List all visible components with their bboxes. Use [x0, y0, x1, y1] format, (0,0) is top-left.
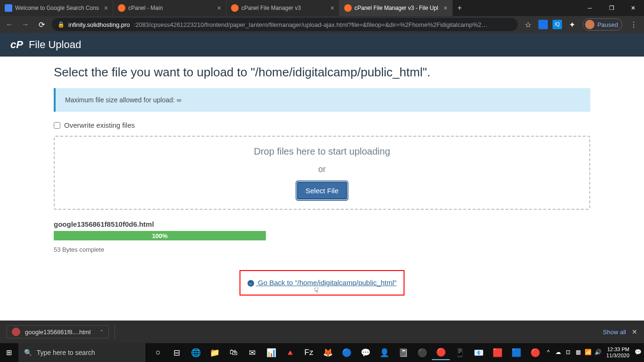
profile-paused[interactable]: Paused: [583, 18, 622, 31]
chrome-icon[interactable]: 🔴: [432, 345, 450, 360]
extensions-icon[interactable]: ✦: [567, 20, 578, 29]
firefox-icon[interactable]: 🦊: [319, 345, 337, 360]
app-icon[interactable]: 💬: [356, 345, 374, 360]
tab-title: cPanel File Manager v3 - File Upl: [355, 5, 441, 11]
app-icon[interactable]: ⚫: [413, 345, 431, 360]
chevron-up-icon[interactable]: ⌃: [99, 329, 104, 335]
new-tab-button[interactable]: +: [453, 0, 467, 16]
dropzone[interactable]: Drop files here to start uploading or Se…: [54, 136, 590, 210]
dropzone-or: or: [64, 165, 580, 174]
heading: Select the file you want to upload to "/…: [54, 65, 590, 80]
vlc-icon[interactable]: 🔺: [281, 345, 299, 360]
file-icon: [12, 328, 20, 336]
browser-menu-button[interactable]: ⋮: [627, 20, 640, 29]
close-download-bar-button[interactable]: ✕: [632, 328, 637, 336]
address-bar: ← → ⟳ 🔒 infinity.solidhosting.pro:2083/c…: [0, 16, 644, 33]
overwrite-option[interactable]: Overwrite existing files: [54, 121, 590, 129]
app-icon[interactable]: 👤: [375, 345, 393, 360]
window-controls: ─ ❐ ✕: [579, 0, 644, 16]
forward-button[interactable]: →: [20, 20, 31, 29]
progress-bar: 100%: [54, 231, 266, 240]
store-icon[interactable]: 🛍: [224, 345, 242, 360]
notifications-icon[interactable]: 💬: [634, 349, 642, 356]
uploaded-filename: google1356861f8510f0d6.html: [54, 220, 590, 228]
excel-icon[interactable]: 📊: [262, 345, 280, 360]
back-button[interactable]: ←: [4, 20, 15, 29]
upload-complete-text: 53 Bytes complete: [54, 246, 590, 253]
edge-icon[interactable]: 🌐: [187, 345, 205, 360]
task-view-icon[interactable]: ⊟: [168, 345, 186, 360]
maximize-button[interactable]: ❐: [601, 0, 622, 16]
explorer-icon[interactable]: 📁: [206, 345, 223, 360]
search-icon: 🔍: [24, 349, 32, 356]
app-icon[interactable]: 🟥: [488, 345, 506, 360]
tab-2[interactable]: cPanel File Manager v3 ×: [226, 0, 339, 16]
url-host: infinity.solidhosting.pro: [68, 21, 130, 28]
app-icon[interactable]: 📧: [470, 345, 487, 360]
dropzone-lead: Drop files here to start uploading: [64, 146, 580, 157]
avatar-icon: [585, 20, 594, 29]
download-bar: google1356861f8....html ⌃ Show all ✕: [0, 321, 644, 343]
favicon-icon: [231, 4, 239, 12]
cpanel-header: cP File Upload: [0, 33, 644, 57]
tab-1[interactable]: cPanel - Main ×: [113, 0, 226, 16]
app-icon[interactable]: 🔴: [526, 345, 544, 360]
url-field[interactable]: 🔒 infinity.solidhosting.pro:2083/cpsess4…: [52, 18, 518, 31]
download-filename: google1356861f8....html: [25, 329, 91, 336]
tray-icon[interactable]: ☁: [554, 349, 562, 356]
page-title: File Upload: [29, 39, 81, 51]
tab-title: cPanel File Manager v3: [241, 5, 328, 11]
tray-chevron-icon[interactable]: ^: [544, 349, 553, 356]
info-box: Maximum file size allowed for upload: ∞: [54, 88, 590, 112]
tray-icon[interactable]: ⊡: [564, 349, 572, 356]
system-tray: ^ ☁ ⊡ ▦ 📶 🔊 12:33 PM 11/3/2020 💬: [544, 346, 644, 359]
overwrite-label: Overwrite existing files: [64, 121, 135, 129]
tray-icon[interactable]: ▦: [574, 349, 582, 356]
filezilla-icon[interactable]: Fz: [300, 345, 318, 360]
favicon-icon: [5, 4, 12, 12]
reload-button[interactable]: ⟳: [36, 20, 47, 29]
divider: [115, 325, 115, 339]
cortana-icon[interactable]: ○: [149, 345, 167, 360]
date: 11/3/2020: [606, 353, 629, 359]
info-text: Maximum file size allowed for upload: ∞: [65, 96, 182, 104]
taskbar-search[interactable]: 🔍 Type here to search: [18, 343, 146, 362]
go-back-link[interactable]: ← Go Back to "/home/idigitalcamp/public_…: [248, 279, 396, 287]
show-all-downloads-button[interactable]: Show all: [603, 329, 626, 336]
download-item[interactable]: google1356861f8....html ⌃: [7, 325, 109, 338]
taskbar-apps: ○ ⊟ 🌐 📁 🛍 ✉ 📊 🔺 Fz 🦊 🔵 💬 👤 📓 ⚫ 🔴 📱 📧 🟥 🟦…: [149, 345, 544, 360]
tab-title: cPanel - Main: [128, 5, 215, 11]
cpanel-logo-icon: cP: [10, 39, 23, 51]
close-icon[interactable]: ×: [217, 4, 221, 12]
favicon-icon: [344, 4, 352, 12]
progress-percent: 100%: [152, 232, 167, 239]
select-file-button[interactable]: Select File: [297, 182, 347, 199]
app-icon[interactable]: 🟦: [507, 345, 525, 360]
minimize-button[interactable]: ─: [579, 0, 601, 16]
start-button[interactable]: ⊞: [0, 348, 18, 357]
extension-icon[interactable]: IQ: [553, 20, 562, 29]
url-path: :2083/cpsess4261223210/frontend/paper_la…: [134, 21, 488, 28]
app-icon[interactable]: 📱: [451, 345, 469, 360]
app-icon[interactable]: 📓: [394, 345, 412, 360]
app-icon[interactable]: 🔵: [338, 345, 355, 360]
star-icon[interactable]: ☆: [522, 20, 534, 29]
volume-icon[interactable]: 🔊: [594, 349, 602, 356]
tab-0[interactable]: Welcome to Google Search Cons ×: [0, 0, 113, 16]
close-icon[interactable]: ×: [444, 4, 447, 12]
arrow-left-circle-icon: ←: [248, 280, 254, 287]
wifi-icon[interactable]: 📶: [584, 349, 592, 356]
clock[interactable]: 12:33 PM 11/3/2020: [603, 346, 632, 359]
taskbar: ⊞ 🔍 Type here to search ○ ⊟ 🌐 📁 🛍 ✉ 📊 🔺 …: [0, 343, 644, 362]
close-icon[interactable]: ×: [104, 4, 108, 12]
tab-3[interactable]: cPanel File Manager v3 - File Upl ×: [339, 0, 453, 16]
mail-icon[interactable]: ✉: [243, 345, 261, 360]
extension-icon[interactable]: [538, 20, 548, 29]
close-window-button[interactable]: ✕: [622, 0, 644, 16]
tab-title: Welcome to Google Search Cons: [15, 5, 101, 11]
content: Select the file you want to upload to "/…: [0, 57, 644, 304]
overwrite-checkbox[interactable]: [54, 122, 60, 129]
goback-highlight: ← Go Back to "/home/idigitalcamp/public_…: [239, 270, 405, 296]
paused-label: Paused: [597, 21, 618, 28]
close-icon[interactable]: ×: [330, 4, 334, 12]
